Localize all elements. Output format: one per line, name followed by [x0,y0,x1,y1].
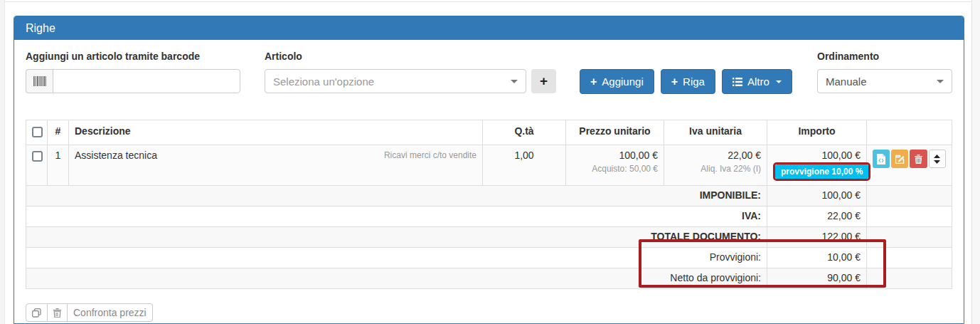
page-right-gutter [971,0,980,324]
righe-panel: Righe Aggiungi un articolo tramite barco… [14,16,964,324]
altro-button-label: Altro [747,75,769,88]
col-header-num: # [48,120,69,145]
delete-rows-button[interactable] [48,303,68,322]
ordinamento-label: Ordinamento [817,51,952,63]
toolbar-form-row: Aggiungi un articolo tramite barcode [26,51,952,94]
articolo-field-group: Articolo Seleziona un'opzione + [265,51,556,93]
add-articolo-button[interactable]: + [531,69,556,93]
confronta-prezzi-label: Confronta prezzi [73,307,147,318]
footer-button-group: Confronta prezzi [26,303,153,322]
sort-handle-button[interactable] [929,150,946,168]
provvigione-badge: provvigione 10,00 % [775,164,868,179]
row-actions [873,150,946,168]
file-code-button[interactable] [873,150,890,168]
panel-title: Righe [26,22,55,35]
col-header-qta: Q.tà [483,120,566,145]
duplicate-rows-button[interactable] [26,303,48,322]
plus-icon: + [671,75,678,88]
articolo-select-placeholder: Seleziona un'opzione [273,75,374,88]
summary-row-iva: IVA: 22,00 € [26,207,952,227]
plus-icon: + [590,75,597,88]
riga-button-label: Riga [683,75,705,88]
summary-row-imponibile: IMPONIBILE: 100,00 € [26,186,952,207]
sort-arrows-icon [934,155,940,164]
row-conto: Ricavi merci c/to vendite [384,150,476,160]
plus-icon: + [540,73,548,88]
ordinamento-select[interactable]: Manuale [817,69,952,93]
summary-label: IMPONIBILE: [26,186,767,207]
row-checkbox[interactable] [32,151,43,162]
chevron-down-icon [511,80,518,83]
summary-value: 10,00 € [767,248,867,268]
barcode-label: Aggiungi un articolo tramite barcode [26,51,240,63]
action-buttons-row: + Aggiungi + Riga Altro [580,69,792,94]
barcode-icon [33,76,46,86]
aggiungi-button[interactable]: + Aggiungi [580,69,654,94]
edit-button[interactable] [891,150,908,168]
row-iva: 22,00 € [670,150,761,161]
barcode-input-group [26,69,240,93]
righe-table: # Descrizione Q.tà Prezzo unitario Iva u… [26,120,952,289]
row-descrizione: Assistenza tecnica [75,150,157,161]
col-header-actions [867,120,952,145]
row-prezzo: 100,00 € [572,150,658,161]
file-code-icon [877,154,885,164]
edit-icon [895,155,905,164]
panel-header: Righe [14,16,964,40]
panel-body: Aggiungi un articolo tramite barcode [14,40,964,322]
chevron-down-icon [937,80,944,83]
summary-row-provvigioni: Provvigioni: 10,00 € [26,248,952,268]
summary-value: 122,00 € [767,227,867,248]
summary-value: 90,00 € [767,268,867,289]
articolo-select[interactable]: Seleziona un'opzione [265,69,526,93]
confronta-prezzi-button[interactable]: Confronta prezzi [68,303,153,322]
row-aliquota-iva: Aliq. Iva 22% (I) [670,164,761,174]
caret-down-icon [776,80,782,83]
summary-value: 100,00 € [767,186,867,207]
aggiungi-button-label: Aggiungi [602,75,643,88]
delete-button[interactable] [910,150,927,168]
copy-icon [32,308,41,318]
riga-button[interactable]: + Riga [661,69,715,94]
summary-row-netto-provvigioni: Netto da provvigioni: 90,00 € [26,268,952,289]
page-top-divider [5,1,971,2]
table-header-row: # Descrizione Q.tà Prezzo unitario Iva u… [26,120,952,145]
list-icon [733,78,742,86]
col-header-prezzo-unitario: Prezzo unitario [566,120,664,145]
articolo-label: Articolo [265,51,556,63]
select-all-checkbox[interactable] [32,127,43,137]
barcode-addon [26,69,53,93]
table-row: 1 Assistenza tecnica Ricavi merci c/to v… [26,145,952,186]
summary-label: Provvigioni: [26,248,767,268]
ordinamento-select-value: Manuale [826,75,867,88]
provvigione-annotation-box: provvigione 10,00 % [773,162,870,181]
row-number: 1 [48,145,69,186]
barcode-field-group: Aggiungi un articolo tramite barcode [26,51,240,93]
row-importo: 100,00 € [773,150,861,161]
col-header-iva-unitaria: Iva unitaria [664,120,767,145]
col-header-importo: Importo [767,120,867,145]
summary-value: 22,00 € [767,207,867,227]
row-qta: 1,00 [483,145,566,186]
altro-dropdown-button[interactable]: Altro [722,69,792,94]
ordinamento-field-group: Ordinamento Manuale [817,51,952,93]
row-prezzo-acquisto: Acquisto: 50,00 € [572,164,658,174]
trash-icon [915,155,922,164]
barcode-input[interactable] [53,69,240,93]
summary-label: IVA: [26,207,767,227]
trash-icon [53,308,61,318]
summary-row-totale: TOTALE DOCUMENTO: 122,00 € [26,227,952,248]
summary-label: TOTALE DOCUMENTO: [26,227,767,248]
col-header-descrizione: Descrizione [69,120,483,145]
summary-label: Netto da provvigioni: [26,268,767,289]
page-left-gutter [0,0,5,324]
